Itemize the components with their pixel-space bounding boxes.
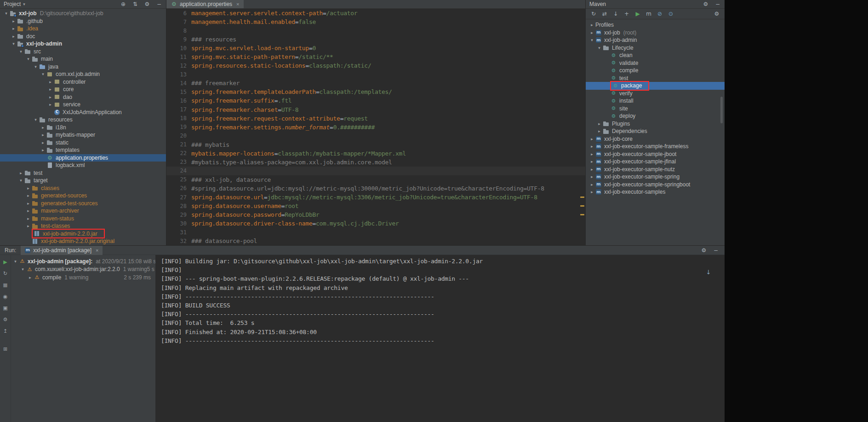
chevron-right-icon[interactable]: ▸ [25,208,32,213]
code-line-29[interactable]: 29spring.datasource.password=RepYoLDbBr [166,210,585,219]
build-node-com-xuxueli-xxl-job-admin-jar-2-2-0[interactable]: ▾⚠com.xuxueli:xxl-job-admin:jar:2.2.01 w… [11,266,155,274]
project-item-test[interactable]: ▸test [0,169,166,177]
project-item-com-xxl-job-admin[interactable]: ▾com.xxl.job.admin [0,70,166,78]
chevron-right-icon[interactable]: ▸ [40,133,46,137]
rerun-icon[interactable]: ▶ [2,258,9,266]
chevron-right-icon[interactable]: ▸ [40,125,46,130]
chevron-right-icon[interactable]: ▸ [25,186,32,191]
chevron-right-icon[interactable]: ▸ [588,23,595,27]
project-item-core[interactable]: ▸core [0,86,166,93]
build-settings-icon[interactable]: ⚙ [2,316,9,323]
code-line-22[interactable]: 22mybatis.mapper-locations=classpath:/my… [166,149,585,158]
add-maven-project-icon[interactable]: + [623,11,630,17]
download-sources-icon[interactable]: ↓ [612,11,619,17]
maven-item-xxl-job-executor-sample-frameless[interactable]: ▸mxxl-job-executor-sample-frameless [586,143,725,150]
maven-item-xxl-job-executor-sample-nutz[interactable]: ▸mxxl-job-executor-sample-nutz [586,166,725,173]
chevron-right-icon[interactable]: ▸ [25,201,32,206]
run-build-icon[interactable]: ▶ [634,11,641,17]
code-line-23[interactable]: 23#mybatis.type-aliases-package=com.xxl.… [166,158,585,167]
maven-item-xxl-job[interactable]: ▸mxxl-job(root) [586,29,725,37]
chevron-down-icon[interactable]: ▾ [12,259,19,264]
chevron-right-icon[interactable]: ▸ [588,167,595,172]
code-line-13[interactable]: 13 [166,70,585,79]
reimport-maven-icon[interactable]: ↻ [590,11,597,17]
snapshot-icon[interactable]: ▣ [2,304,9,312]
project-item-static[interactable]: ▸static [0,139,166,147]
chevron-right-icon[interactable]: ▸ [588,182,595,187]
maven-item-lifecycle[interactable]: ▾Lifecycle [586,44,725,52]
project-item-xxl-job-admin-2-2-0-jar[interactable]: xxl-job-admin-2.2.0.jar [0,230,166,238]
project-item-maven-status[interactable]: ▸maven-status [0,215,166,223]
run-console[interactable]: [INFO] Building jar: D:\gitsource\github… [155,255,725,422]
chevron-right-icon[interactable]: ▸ [588,159,595,164]
hide-panel-icon[interactable]: − [714,1,721,7]
chevron-down-icon[interactable]: ▾ [3,11,10,16]
code-line-31[interactable]: 31 [166,228,585,237]
maven-settings-icon[interactable]: ⚙ [714,11,720,17]
hide-panel-icon[interactable]: − [156,1,162,7]
chevron-right-icon[interactable]: ▸ [10,19,17,23]
code-line-15[interactable]: 15spring.freemarker.templateLoaderPath=c… [166,87,585,96]
build-node-xxl-job-admin-package[interactable]: ▾⚠xxl-job-admin [package]:at 2020/9/21 1… [11,257,155,266]
chevron-down-icon[interactable]: ▾ [40,72,46,76]
hide-panel-icon[interactable]: − [713,248,719,253]
chevron-down-icon[interactable]: ▾ [19,267,26,272]
maven-item-xxl-job-core[interactable]: ▸mxxl-job-core [586,135,725,143]
project-item-application-properties[interactable]: ⚙application.properties [0,154,166,162]
chevron-down-icon[interactable]: ▾ [23,2,25,6]
chevron-right-icon[interactable]: ▸ [27,275,34,280]
maven-item-compile[interactable]: ⚙compile [586,67,725,75]
code-line-18[interactable]: 18spring.freemarker.request-context-attr… [166,114,585,123]
skip-tests-icon[interactable]: ⊘ [657,11,663,17]
chevron-right-icon[interactable]: ▸ [588,174,595,179]
code-line-8[interactable]: 8 [166,26,585,35]
maven-item-plugins[interactable]: ▸Plugins [586,120,725,128]
code-line-6[interactable]: 6management.server.servlet.context-path=… [166,9,585,17]
project-item-generated-test-sources[interactable]: ▸generated-test-sources [0,200,166,208]
code-line-9[interactable]: 9### resources [166,35,585,44]
code-line-19[interactable]: 19spring.freemarker.settings.number_form… [166,123,585,132]
chevron-right-icon[interactable]: ▸ [596,121,603,126]
chevron-down-icon[interactable]: ▾ [17,49,24,54]
scroll-to-end-icon[interactable]: ↓ [706,269,711,276]
chevron-right-icon[interactable]: ▸ [40,140,46,145]
project-item-xxl-job-admin-2-2-0-jar-original[interactable]: xxl-job-admin-2.2.0.jar.original [0,237,166,245]
project-item-target[interactable]: ▾target [0,177,166,185]
execute-goal-icon[interactable]: m [645,11,652,17]
project-item-i18n[interactable]: ▸i18n [0,124,166,132]
code-line-28[interactable]: 28spring.datasource.username=root [166,202,585,210]
code-line-25[interactable]: 25### xxl-job, datasource [166,175,585,184]
maven-item-site[interactable]: ⚙site [586,105,725,113]
maven-item-xxl-job-executor-sample-jboot[interactable]: ▸mxxl-job-executor-sample-jboot [586,150,725,158]
project-item-service[interactable]: ▸service [0,101,166,109]
settings-icon[interactable]: ⚙ [144,1,150,7]
code-line-12[interactable]: 12spring.resources.static-locations=clas… [166,61,585,70]
code-line-24[interactable]: 24 [166,167,585,175]
chevron-down-icon[interactable]: ▾ [10,41,17,46]
project-item-resources[interactable]: ▾resources [0,116,166,124]
chevron-down-icon[interactable]: ▾ [25,57,32,61]
code-line-10[interactable]: 10spring.mvc.servlet.load-on-startup=0 [166,44,585,52]
maven-item-verify[interactable]: ⚙verify [586,90,725,98]
collapse-all-icon[interactable]: ↥ [2,327,9,335]
editor-body[interactable]: 6management.server.servlet.context-path=… [166,9,585,245]
project-item-logback-xml[interactable]: logback.xml [0,162,166,169]
show-passed-icon[interactable]: ◉ [2,293,9,300]
maven-item-test[interactable]: ⚙test [586,75,725,82]
chevron-right-icon[interactable]: ▸ [10,34,17,39]
project-item-github[interactable]: ▸.github [0,17,166,25]
chevron-down-icon[interactable]: ▾ [596,46,603,50]
editor-tab-application-properties[interactable]: ⚙ application.properties × [166,0,244,8]
project-item-xxl-job[interactable]: ▾xxl-jobD:\gitsource\github\xxl-job [0,10,166,17]
chevron-right-icon[interactable]: ▸ [588,152,595,156]
project-item-templates[interactable]: ▸templates [0,146,166,154]
maven-item-dependencies[interactable]: ▸Dependencies [586,127,725,135]
rerun-failed-icon[interactable]: ↻ [2,270,9,277]
project-item-src[interactable]: ▾src [0,48,166,56]
maven-item-xxl-job-executor-sample-springboot[interactable]: ▸mxxl-job-executor-sample-springboot [586,181,725,189]
chevron-right-icon[interactable]: ▸ [25,224,32,228]
build-node-compile[interactable]: ▸⚠compile1 warning2 s 239 ms [11,273,155,282]
chevron-right-icon[interactable]: ▸ [588,190,595,194]
maven-item-xxl-job-executor-sample-spring[interactable]: ▸mxxl-job-executor-sample-spring [586,173,725,181]
project-item-xxl-job-admin[interactable]: ▾xxl-job-admin [0,40,166,48]
